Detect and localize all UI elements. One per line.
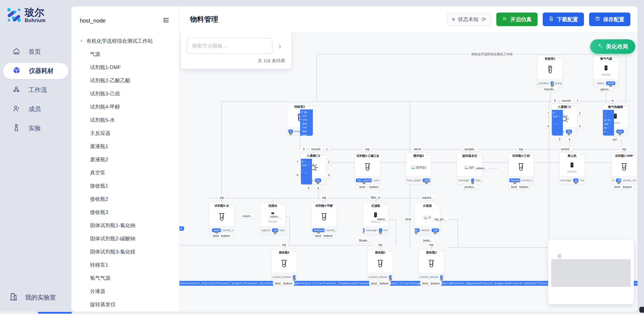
port-label[interactable]: 5 xyxy=(306,186,311,190)
port-label[interactable]: centrif... xyxy=(559,147,573,152)
port-label[interactable]: bottom xyxy=(368,185,380,189)
connection-handle-icon[interactable]: › xyxy=(415,231,418,234)
node-menu-icon[interactable]: ••• xyxy=(426,153,430,156)
connection-handle-icon[interactable]: › xyxy=(434,231,437,234)
connection-handle-icon[interactable]: › xyxy=(513,181,516,184)
tree-item[interactable]: 试剂瓶1-DMF xyxy=(71,61,179,74)
tree-item[interactable]: 废液瓶2 xyxy=(71,153,179,166)
flow-node[interactable]: 接收瓶1•••current_volume:0› xyxy=(368,249,393,281)
tree-item[interactable]: 气源 xyxy=(71,48,179,61)
start-simulation-button[interactable]: 开启仿真 xyxy=(496,12,538,26)
param-value-pill[interactable]: › xyxy=(538,83,538,84)
tree-item[interactable]: 接收瓶2 xyxy=(71,192,179,206)
port-label[interactable]: top_ph... xyxy=(432,217,448,222)
save-config-button[interactable]: 保存配置 xyxy=(589,12,630,26)
param-value-pill[interactable]: own› xyxy=(415,228,420,232)
port-label[interactable]: top xyxy=(517,147,525,152)
param-value-pill[interactable]: 2000› xyxy=(423,178,430,182)
sidebar-item-experiments[interactable]: 实验 xyxy=(3,120,68,136)
port-label[interactable]: out xyxy=(610,137,618,142)
port-label[interactable]: top xyxy=(427,242,435,247)
node-menu-icon[interactable]: ••• xyxy=(332,203,336,206)
tree-item[interactable]: 试剂瓶5-水 xyxy=(71,114,179,127)
param-value-pill[interactable]: Id› xyxy=(566,130,572,134)
param-value-pill[interactable]: hexane› xyxy=(509,178,520,182)
port-label[interactable]: bottom xyxy=(281,281,294,286)
tree-item[interactable]: 固体试剂瓶1-氯化钠 xyxy=(71,219,179,232)
param-value-pill[interactable]: hyl_acetate› xyxy=(356,178,372,182)
node-menu-icon[interactable]: ••• xyxy=(388,250,392,253)
node-menu-icon[interactable]: ••• xyxy=(321,153,325,156)
expand-search-icon[interactable]: › xyxy=(278,42,281,50)
connection-handle-icon[interactable]: › xyxy=(289,132,292,135)
port-label[interactable]: stirrer xyxy=(412,147,423,152)
port-label[interactable]: top xyxy=(320,195,328,200)
scrollbar-thumb[interactable] xyxy=(38,312,72,314)
port-label[interactable]: 4 xyxy=(316,186,321,190)
port-label[interactable]: top xyxy=(376,242,384,247)
param-value-pill[interactable]: 0› xyxy=(389,275,392,279)
param-value-pill[interactable]: wn› xyxy=(363,228,365,232)
tree-item[interactable]: 试剂瓶4-甲醇 xyxy=(71,100,179,114)
param-value-pill[interactable]: 0› xyxy=(550,81,554,85)
connection-handle-icon[interactable]: › xyxy=(618,132,622,135)
flow-node[interactable]: 试剂瓶4-甲醇•••methanol›current_ xyxy=(311,203,337,235)
tree-item[interactable]: 氢气气源 xyxy=(71,272,179,285)
sidebar-item-my-lab[interactable]: 我的实验室 xyxy=(9,293,56,303)
param-value-pill[interactable]: 0› xyxy=(440,275,443,279)
port-label[interactable]: bottom xyxy=(518,185,530,189)
param-value-pill[interactable]: methanol› xyxy=(312,228,325,232)
flow-node[interactable]: 八通阀门2•••status:nu›p',ion':. ' ⌐ xyxy=(301,153,326,185)
port-label[interactable]: 6 xyxy=(546,124,551,129)
sidebar-item-instruments[interactable]: 仪器耗材 xyxy=(3,63,68,79)
tree-item[interactable]: 固体试剂瓶3-氯化镁 xyxy=(71,245,179,258)
flow-node[interactable]: 试剂瓶2-乙酸乙酯•••hyl_acetate›curre xyxy=(355,153,380,185)
port-label[interactable]: bottom xyxy=(621,185,634,189)
port-label[interactable]: top xyxy=(280,242,288,247)
flow-node[interactable]: 氢气电磁阀•••Devicestatus:nul›':':12.0,ime':e… xyxy=(603,104,628,136)
port-label[interactable]: separa... xyxy=(420,195,436,200)
tree-item[interactable]: 废液瓶1 xyxy=(71,140,179,153)
port-label[interactable]: 1 xyxy=(575,98,580,103)
flow-node[interactable]: 接收瓶2•••current_volume:0› xyxy=(271,249,297,281)
corner-widget[interactable] xyxy=(639,307,644,313)
node-menu-icon[interactable]: ••• xyxy=(439,250,443,253)
node-menu-icon[interactable]: ••• xyxy=(376,153,379,156)
port-label[interactable]: botto... xyxy=(422,238,434,243)
node-menu-icon[interactable]: ••• xyxy=(478,153,481,156)
port-label[interactable]: produc... xyxy=(463,185,478,189)
port-label[interactable]: gasso... xyxy=(598,87,613,92)
port-label[interactable]: 6 xyxy=(295,173,300,177)
connection-handle-icon[interactable]: › xyxy=(617,181,620,184)
port-label[interactable]: filtrate... xyxy=(357,238,372,243)
tree-item[interactable]: 分液器 xyxy=(71,285,179,298)
tree-item[interactable]: 试剂瓶2-乙酸乙酯 xyxy=(71,74,179,87)
connection-handle-icon[interactable]: › xyxy=(363,231,364,234)
port-label[interactable]: bind xyxy=(369,281,378,286)
param-value-pill[interactable]: –› xyxy=(471,178,474,182)
connection-handle-icon[interactable]: › xyxy=(609,84,612,87)
connection-handle-icon[interactable]: › xyxy=(538,83,538,86)
flow-node[interactable]: 搅拌器2•••搅拌器2max_speed:2000› xyxy=(406,153,432,185)
node-menu-icon[interactable]: ••• xyxy=(632,153,636,156)
node-menu-icon[interactable]: ••• xyxy=(308,104,311,107)
port-label[interactable]: 8 xyxy=(301,147,307,152)
connection-handle-icon[interactable]: › xyxy=(471,181,474,184)
connection-handle-icon[interactable]: › xyxy=(379,231,382,234)
status-badge[interactable]: 状态未知 ⟳ xyxy=(447,13,491,26)
connection-handle-icon[interactable]: › xyxy=(425,181,428,184)
port-label[interactable]: bottom xyxy=(429,281,442,286)
port-label[interactable]: 3 xyxy=(577,124,582,129)
port-label[interactable]: retent... xyxy=(375,217,389,222)
port-label[interactable]: bind xyxy=(420,281,430,286)
node-menu-icon[interactable]: ••• xyxy=(614,56,618,59)
connection-handle-icon[interactable]: › xyxy=(316,181,320,184)
port-label[interactable]: top xyxy=(620,147,628,152)
port-label[interactable]: bottom xyxy=(219,233,232,238)
port-label[interactable]: transfe. xyxy=(310,147,323,152)
tree-item[interactable]: 接收瓶3 xyxy=(71,206,179,219)
port-label[interactable]: bind xyxy=(509,185,519,189)
port-label[interactable]: 8 xyxy=(552,98,558,103)
port-label[interactable]: 2 xyxy=(577,111,582,116)
param-value-pill[interactable]: 250› xyxy=(432,228,439,232)
